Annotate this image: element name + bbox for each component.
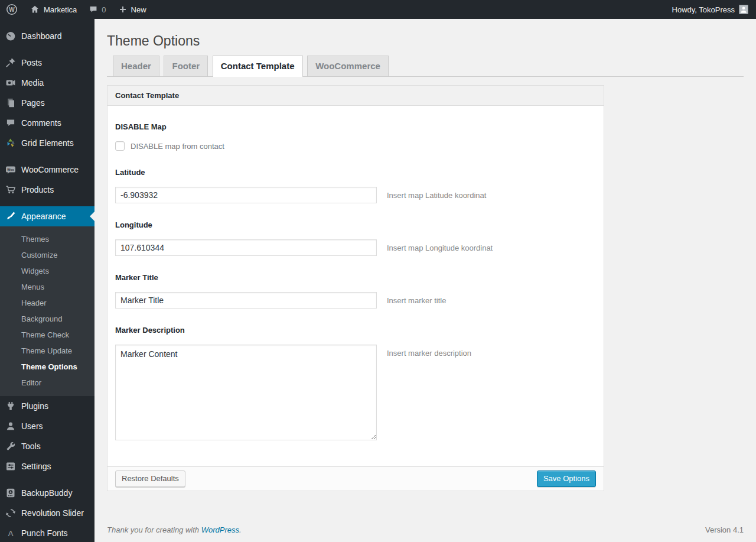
sidebar-item-comments[interactable]: Comments: [0, 113, 94, 133]
cart-icon: [5, 184, 17, 196]
sidebar-item-label: Products: [21, 185, 54, 194]
wordpress-logo-menu[interactable]: W: [0, 0, 24, 19]
sidebar-item-label: Punch Fonts: [21, 528, 68, 538]
sidebar-item-grid-elements[interactable]: Grid Elements: [0, 133, 94, 153]
field-label: Marker Title: [115, 273, 596, 282]
comment-bubble-icon: [89, 5, 98, 14]
wordpress-link[interactable]: WordPress: [201, 525, 239, 534]
sidebar-item-users[interactable]: Users: [0, 416, 94, 436]
plus-icon: [118, 5, 128, 14]
media-icon: [5, 77, 17, 89]
sidebar-item-backupbuddy[interactable]: BackupBuddy: [0, 483, 94, 503]
sidebar-item-woocommerce[interactable]: Woo WooCommerce: [0, 160, 94, 180]
menu-separator: [0, 153, 94, 160]
woocommerce-icon: Woo: [5, 164, 17, 176]
field-label: Longitude: [115, 220, 596, 229]
submenu-item-widgets[interactable]: Widgets: [0, 263, 94, 279]
field-label: Marker Description: [115, 326, 596, 335]
marker-description-textarea[interactable]: Marker Content: [115, 345, 377, 440]
svg-text:A: A: [8, 529, 14, 538]
tab-woocommerce[interactable]: WooCommerce: [307, 56, 389, 76]
field-hint: Insert marker description: [387, 345, 471, 358]
letter-a-icon: A: [5, 527, 17, 539]
submenu-item-theme-options[interactable]: Theme Options: [0, 359, 94, 375]
main-content: Theme Options Header Footer Contact Temp…: [94, 0, 756, 534]
sidebar-item-label: Settings: [21, 462, 51, 471]
menu-separator: [0, 476, 94, 483]
field-label: Latitude: [115, 168, 596, 177]
submenu-item-header[interactable]: Header: [0, 295, 94, 311]
sidebar-item-products[interactable]: Products: [0, 180, 94, 200]
sidebar-item-label: WooCommerce: [21, 165, 79, 174]
longitude-input[interactable]: [115, 239, 377, 256]
panel-body: DISABLE Map DISABLE map from contact Lat…: [107, 106, 604, 466]
sidebar-item-posts[interactable]: Posts: [0, 53, 94, 73]
sidebar-item-appearance[interactable]: Appearance: [0, 206, 94, 226]
sidebar-item-settings[interactable]: Settings: [0, 456, 94, 476]
menu-separator: [0, 200, 94, 206]
field-marker-description: Marker Description Marker Content Insert…: [115, 326, 596, 440]
site-name-menu[interactable]: Marketica: [24, 0, 83, 19]
comment-count: 0: [102, 5, 106, 14]
latitude-input[interactable]: [115, 187, 377, 203]
submenu-item-themes[interactable]: Themes: [0, 231, 94, 247]
sidebar-item-label: Appearance: [21, 212, 66, 221]
sidebar-item-punch-fonts[interactable]: A Punch Fonts: [0, 523, 94, 542]
panel-title: Contact Template: [107, 86, 604, 106]
field-marker-title: Marker Title Insert marker title: [115, 273, 596, 309]
plug-icon: [5, 400, 17, 412]
checkbox-label[interactable]: DISABLE map from contact: [131, 142, 224, 151]
version-text: Version 4.1: [705, 525, 744, 534]
submenu-item-menus[interactable]: Menus: [0, 279, 94, 295]
sidebar-item-label: Dashboard: [21, 31, 62, 41]
sidebar-item-label: Media: [21, 78, 44, 87]
field-disable-map: DISABLE Map DISABLE map from contact: [115, 122, 596, 151]
sliders-icon: [5, 460, 17, 472]
wrench-icon: [5, 440, 17, 452]
thanks-text: Thank you for creating with WordPress.: [107, 525, 242, 534]
sidebar-item-revolution-slider[interactable]: Revolution Slider: [0, 503, 94, 523]
tab-footer[interactable]: Footer: [164, 56, 208, 76]
dashboard-icon: [5, 30, 17, 42]
sidebar-item-plugins[interactable]: Plugins: [0, 396, 94, 416]
sidebar-item-label: Grid Elements: [21, 138, 74, 148]
sidebar-item-label: Revolution Slider: [21, 508, 84, 518]
submenu-item-customize[interactable]: Customize: [0, 247, 94, 263]
cycle-icon: [5, 507, 17, 519]
appearance-submenu: Themes Customize Widgets Menus Header Ba…: [0, 226, 94, 396]
howdy-account-menu[interactable]: Howdy, TokoPress: [672, 5, 735, 14]
submenu-item-theme-check[interactable]: Theme Check: [0, 327, 94, 343]
contact-template-panel: Contact Template DISABLE Map DISABLE map…: [107, 85, 604, 467]
tab-contact-template[interactable]: Contact Template: [213, 56, 303, 77]
page-title: Theme Options: [107, 33, 744, 50]
new-content-menu[interactable]: New: [112, 0, 152, 19]
marker-title-input[interactable]: [115, 292, 377, 309]
admin-bar: W Marketica 0 New Howdy, TokoPress: [0, 0, 756, 19]
sidebar-item-media[interactable]: Media: [0, 73, 94, 93]
field-longitude: Longitude Insert map Longitude koordinat: [115, 220, 596, 256]
sidebar-item-dashboard[interactable]: Dashboard: [0, 26, 94, 46]
comments-menu[interactable]: 0: [83, 0, 112, 19]
avatar[interactable]: [739, 5, 748, 14]
menu-separator: [0, 46, 94, 53]
svg-text:Woo: Woo: [7, 168, 14, 171]
submenu-item-background[interactable]: Background: [0, 311, 94, 327]
submenu-item-theme-update[interactable]: Theme Update: [0, 343, 94, 359]
admin-sidebar: Dashboard Posts Media Pages Comments: [0, 19, 94, 542]
restore-defaults-button[interactable]: Restore Defaults: [115, 470, 185, 487]
field-hint: Insert map Latitude koordinat: [387, 187, 486, 200]
field-hint: Insert marker title: [387, 292, 446, 305]
tab-header[interactable]: Header: [113, 56, 159, 76]
sidebar-item-label: Plugins: [21, 401, 48, 411]
sidebar-item-pages[interactable]: Pages: [0, 93, 94, 113]
save-options-button[interactable]: Save Options: [537, 470, 596, 487]
tab-bar: Header Footer Contact Template WooCommer…: [107, 56, 744, 77]
wordpress-logo-icon: W: [6, 4, 18, 15]
field-hint: Insert map Longitude koordinat: [387, 239, 493, 252]
submenu-item-editor[interactable]: Editor: [0, 375, 94, 391]
disable-map-checkbox[interactable]: [115, 141, 125, 151]
new-label: New: [131, 5, 146, 14]
sidebar-item-tools[interactable]: Tools: [0, 436, 94, 456]
sidebar-item-label: BackupBuddy: [21, 488, 72, 498]
sidebar-item-label: Users: [21, 421, 43, 431]
